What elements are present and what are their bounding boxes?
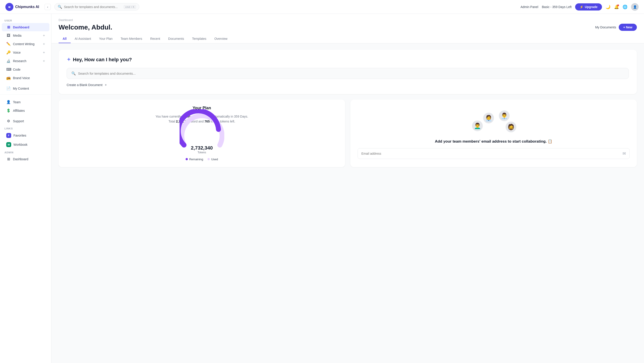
sidebar-label-voice: Voice: [13, 51, 41, 54]
sidebar-label-affiliates: Affiliates: [13, 109, 45, 112]
language-button[interactable]: 🌐: [622, 4, 628, 9]
sidebar-label-code: Code: [13, 68, 45, 71]
sidebar-label-my-content: My Content: [13, 87, 45, 90]
used-dot: [208, 158, 210, 160]
dashboard-icon: ⊞: [6, 25, 11, 29]
page-actions: My Documents + New: [595, 24, 637, 31]
logo: Chipmunks AI: [5, 3, 39, 11]
media-icon: 🖼: [6, 33, 11, 37]
donut-label: 2,732,340 Tokens: [191, 145, 213, 154]
donut-number: 2,732,340: [191, 145, 213, 151]
content-writing-plus-icon: +: [43, 42, 45, 46]
create-blank-button[interactable]: Create a Blank Document ＋: [67, 83, 629, 87]
hero-search-input[interactable]: [78, 71, 624, 75]
sidebar-label-admin-dashboard: Dashboard: [13, 157, 45, 161]
topnav: Chipmunks AI ‹ 🔍 cmd + K Admin Panel Bas…: [0, 0, 644, 14]
admin-section-label: ADMIN: [0, 149, 51, 155]
page-title-row: Welcome, Abdul. My Documents + New: [58, 23, 637, 31]
sidebar-label-favorites: Favorites: [14, 134, 45, 137]
tab-documents[interactable]: Documents: [164, 35, 188, 43]
tab-templates[interactable]: Templates: [188, 35, 210, 43]
notification-dot: [617, 4, 619, 6]
sidebar-item-affiliates[interactable]: 💲 Affiliates: [2, 106, 50, 115]
upgrade-button[interactable]: ⚡ Upgrade: [575, 3, 602, 10]
sidebar-toggle-button[interactable]: ‹: [44, 4, 51, 10]
sidebar-item-admin-dashboard[interactable]: ⊞ Dashboard: [2, 155, 50, 163]
new-button[interactable]: + New: [619, 24, 637, 31]
tab-ai-assistant[interactable]: AI Assistant: [71, 35, 95, 43]
workbook-badge: W: [6, 142, 11, 147]
sidebar-item-voice[interactable]: 🔑 Voice +: [2, 48, 50, 56]
content-area: Dashboard Welcome, Abdul. My Documents +…: [52, 14, 644, 363]
hero-heading: ✦ Hey, How can I help you?: [67, 57, 629, 63]
tab-recent[interactable]: Recent: [146, 35, 164, 43]
team-avatar-4: 🧔: [505, 121, 517, 133]
search-input[interactable]: [64, 5, 122, 9]
voice-icon: 🔑: [6, 50, 11, 54]
svg-point-2: [8, 6, 9, 7]
email-send-button[interactable]: ✉: [619, 148, 630, 159]
legend-remaining: Remaining: [186, 158, 203, 161]
tab-overview[interactable]: Overview: [210, 35, 232, 43]
search-bar: 🔍 cmd + K: [54, 3, 139, 10]
links-section-label: LINKS: [0, 125, 51, 131]
tab-your-plan[interactable]: Your Plan: [95, 35, 116, 43]
research-icon: 🔬: [6, 59, 11, 63]
sidebar-item-my-content[interactable]: 📄 My Content: [2, 84, 50, 92]
user-avatar[interactable]: 👤: [631, 3, 639, 11]
sidebar-item-research[interactable]: 🔬 Research +: [2, 57, 50, 65]
sidebar-item-media[interactable]: 🖼 Media +: [2, 31, 50, 39]
plan-card: Your Plan You have currently Basic plan.…: [58, 99, 345, 167]
team-avatar-1: 🧑‍💼: [482, 112, 495, 124]
content-writing-icon: ✏️: [6, 42, 11, 46]
affiliates-icon: 💲: [6, 108, 11, 113]
media-plus-icon: +: [43, 33, 45, 37]
sidebar: USER ⊞ Dashboard 🖼 Media + ✏️ Content Wr…: [0, 14, 52, 363]
logo-icon: [5, 3, 14, 11]
create-plus-icon: ＋: [104, 83, 107, 87]
main-layout: USER ⊞ Dashboard 🖼 Media + ✏️ Content Wr…: [0, 14, 644, 363]
voice-plus-icon: +: [43, 50, 45, 54]
sidebar-item-dashboard[interactable]: ⊞ Dashboard: [2, 23, 50, 31]
tokens-donut-chart: 2,732,340 Tokens: [180, 129, 224, 154]
code-icon: ⌨: [6, 67, 11, 71]
user-section-label: USER: [0, 17, 51, 23]
admin-panel-link[interactable]: Admin Panel: [520, 5, 538, 9]
notifications-button[interactable]: 🔔: [614, 4, 619, 9]
cards-row: Your Plan You have currently Basic plan.…: [58, 99, 637, 167]
favorites-badge: F: [6, 133, 11, 138]
main-body: ✦ Hey, How can I help you? 🔍 Create a Bl…: [52, 43, 644, 173]
sidebar-item-team[interactable]: 👤 Team: [2, 98, 50, 106]
email-invite-input[interactable]: [358, 149, 619, 158]
research-plus-icon: +: [43, 59, 45, 63]
admin-dashboard-icon: ⊞: [6, 157, 11, 161]
email-invite-row: ✉: [358, 148, 630, 159]
sidebar-item-code[interactable]: ⌨ Code: [2, 65, 50, 73]
team-avatar-3: 👨‍🦱: [471, 120, 484, 132]
sidebar-item-workbook[interactable]: W Workbook: [2, 140, 50, 149]
support-icon: ⚙: [6, 119, 11, 123]
sidebar-label-dashboard: Dashboard: [13, 25, 45, 29]
my-content-icon: 📄: [6, 86, 11, 90]
sidebar-label-workbook: Workbook: [14, 143, 45, 146]
team-card-heading: Add your team members' email address to …: [435, 139, 552, 144]
lightning-icon: ⚡: [580, 5, 584, 9]
my-documents-button[interactable]: My Documents: [595, 25, 616, 29]
sidebar-item-support[interactable]: ⚙ Support: [2, 117, 50, 125]
tab-all[interactable]: All: [58, 35, 71, 43]
plan-legend: Remaining Used: [66, 158, 338, 161]
brand-voice-icon: 📻: [6, 76, 11, 80]
hero-card: ✦ Hey, How can I help you? 🔍 Create a Bl…: [58, 50, 637, 94]
dark-mode-button[interactable]: 🌙: [606, 4, 610, 9]
sidebar-item-content-writing[interactable]: ✏️ Content Writing +: [2, 40, 50, 48]
sidebar-item-brand-voice[interactable]: 📻 Brand Voice: [2, 74, 50, 82]
tabs: All AI Assistant Your Plan Team Members …: [58, 35, 637, 43]
plan-label: Basic - 359 Days Left: [542, 5, 572, 9]
team-icon: 👤: [6, 100, 11, 104]
sidebar-item-favorites[interactable]: F Favorites: [2, 131, 50, 140]
sidebar-label-support: Support: [13, 119, 45, 123]
remaining-dot: [186, 158, 188, 160]
hero-search-icon: 🔍: [71, 71, 76, 75]
tab-team-members[interactable]: Team Members: [116, 35, 146, 43]
page-header: Dashboard Welcome, Abdul. My Documents +…: [52, 14, 644, 43]
